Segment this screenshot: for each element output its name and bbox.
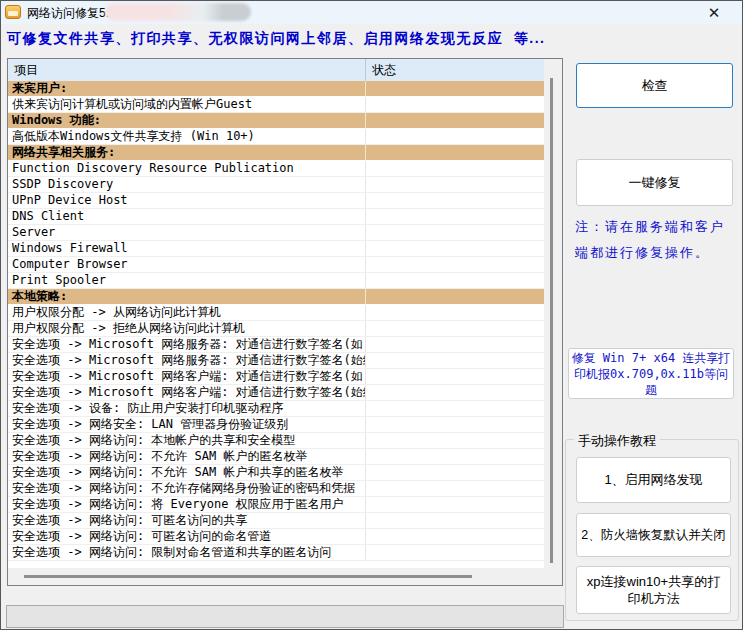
row-label: 高低版本Windows文件共享支持 (Win 10+) bbox=[8, 129, 366, 144]
scrollbar-corner bbox=[544, 568, 562, 585]
horizontal-scrollbar[interactable] bbox=[8, 568, 544, 585]
row-status bbox=[366, 417, 544, 432]
titlebar: 网络访问修复5.2 - ✕ bbox=[1, 1, 742, 24]
row-status bbox=[366, 273, 544, 288]
table-section-row[interactable]: 网络共享相关服务: bbox=[8, 145, 544, 161]
row-label: 供来宾访问计算机或访问域的内置帐户Guest bbox=[8, 97, 366, 112]
row-label: 安全选项 -> 网络访问: 可匿名访问的命名管道 bbox=[8, 529, 366, 544]
table-body: 来宾用户: 供来宾访问计算机或访问域的内置帐户Guest Windows 功能:… bbox=[8, 81, 544, 561]
row-status bbox=[366, 113, 544, 128]
row-label: 安全选项 -> 网络访问: 将 Everyone 权限应用于匿名用户 bbox=[8, 497, 366, 512]
table-row[interactable]: 安全选项 -> Microsoft 网络客户端: 对通信进行数字签名(如... bbox=[8, 369, 544, 385]
table-row[interactable]: 安全选项 -> 网络访问: 不允许 SAM 帐户的匿名枚举 bbox=[8, 449, 544, 465]
row-label: 安全选项 -> 网络安全: LAN 管理器身份验证级别 bbox=[8, 417, 366, 432]
feature-summary-text: 可修复文件共享、打印共享、无权限访问网上邻居、启用网络发现无反应 等... bbox=[7, 30, 545, 48]
row-status bbox=[366, 321, 544, 336]
close-icon[interactable]: ✕ bbox=[698, 2, 730, 23]
table-section-row[interactable]: Windows 功能: bbox=[8, 113, 544, 129]
column-header-status[interactable]: 状态 bbox=[366, 59, 544, 81]
row-label: 网络共享相关服务: bbox=[8, 145, 366, 160]
row-label: 安全选项 -> Microsoft 网络服务器: 对通信进行数字签名(始终) bbox=[8, 353, 366, 368]
app-window: 网络访问修复5.2 - ✕ 可修复文件共享、打印共享、无权限访问网上邻居、启用网… bbox=[0, 0, 743, 630]
table-row[interactable]: DNS Client bbox=[8, 209, 544, 225]
row-status bbox=[366, 161, 544, 176]
row-label: 安全选项 -> 网络访问: 不允许存储网络身份验证的密码和凭据 bbox=[8, 481, 366, 496]
repair-note-text: 注：请在服务端和客户端都进行修复操作。 bbox=[575, 214, 739, 266]
row-label: 安全选项 -> 网络访问: 限制对命名管道和共享的匿名访问 bbox=[8, 545, 366, 560]
table-row[interactable]: 安全选项 -> 网络访问: 不允许 SAM 帐户和共享的匿名枚举 bbox=[8, 465, 544, 481]
row-label: UPnP Device Host bbox=[8, 193, 366, 208]
row-status bbox=[366, 353, 544, 368]
table-row[interactable]: 用户权限分配 -> 拒绝从网络访问此计算机 bbox=[8, 321, 544, 337]
row-label: 用户权限分配 -> 拒绝从网络访问此计算机 bbox=[8, 321, 366, 336]
vertical-scrollbar-thumb[interactable] bbox=[550, 78, 553, 563]
firewall-restore-default-button[interactable]: 2、防火墙恢复默认并关闭 bbox=[576, 513, 731, 557]
row-status bbox=[366, 129, 544, 144]
row-status bbox=[366, 433, 544, 448]
table-row[interactable]: 安全选项 -> Microsoft 网络客户端: 对通信进行数字签名(始终) bbox=[8, 385, 544, 401]
column-header-item[interactable]: 项目 bbox=[8, 59, 366, 81]
enable-network-discovery-button[interactable]: 1、启用网络发现 bbox=[576, 457, 731, 503]
fix-win7-x64-button[interactable]: 修复 Win 7+ x64 连共享打印机报0x.709,0x.11b等问题 bbox=[568, 348, 734, 399]
table-row[interactable]: 安全选项 -> 网络访问: 不允许存储网络身份验证的密码和凭据 bbox=[8, 481, 544, 497]
table-section-row[interactable]: 本地策略: bbox=[8, 289, 544, 305]
row-label: 安全选项 -> 网络访问: 本地帐户的共享和安全模型 bbox=[8, 433, 366, 448]
row-status bbox=[366, 97, 544, 112]
xp-connect-win10-printer-button[interactable]: xp连接win10+共享的打印机方法 bbox=[576, 566, 731, 614]
table-row[interactable]: SSDP Discovery bbox=[8, 177, 544, 193]
row-status bbox=[366, 209, 544, 224]
table-row[interactable]: UPnP Device Host bbox=[8, 193, 544, 209]
table-row[interactable]: 供来宾访问计算机或访问域的内置帐户Guest bbox=[8, 97, 544, 113]
table-row[interactable]: Server bbox=[8, 225, 544, 241]
row-label: Print Spooler bbox=[8, 273, 366, 288]
status-progress-box bbox=[6, 605, 564, 628]
table-row[interactable]: 安全选项 -> Microsoft 网络服务器: 对通信进行数字签名(如... bbox=[8, 337, 544, 353]
table-row[interactable]: 安全选项 -> 网络访问: 本地帐户的共享和安全模型 bbox=[8, 433, 544, 449]
row-status bbox=[366, 305, 544, 320]
row-label: 安全选项 -> 网络访问: 不允许 SAM 帐户和共享的匿名枚举 bbox=[8, 465, 366, 480]
table-row[interactable]: 安全选项 -> 网络访问: 可匿名访问的共享 bbox=[8, 513, 544, 529]
table-row[interactable]: Computer Browser bbox=[8, 257, 544, 273]
row-label: 安全选项 -> Microsoft 网络客户端: 对通信进行数字签名(始终) bbox=[8, 385, 366, 400]
row-status bbox=[366, 193, 544, 208]
redacted-title-text bbox=[105, 3, 251, 21]
table-row[interactable]: 安全选项 -> Microsoft 网络服务器: 对通信进行数字签名(始终) bbox=[8, 353, 544, 369]
row-label: 安全选项 -> 网络访问: 可匿名访问的共享 bbox=[8, 513, 366, 528]
vertical-scrollbar[interactable] bbox=[544, 59, 562, 568]
table-section-row[interactable]: 来宾用户: bbox=[8, 81, 544, 97]
row-label: Computer Browser bbox=[8, 257, 366, 272]
status-table: 项目 状态 来宾用户: 供来宾访问计算机或访问域的内置帐户Guest Windo… bbox=[7, 58, 563, 586]
row-status bbox=[366, 337, 544, 352]
table-row[interactable]: 安全选项 -> 设备: 防止用户安装打印机驱动程序 bbox=[8, 401, 544, 417]
one-click-repair-button[interactable]: 一键修复 bbox=[576, 159, 733, 206]
check-button[interactable]: 检查 bbox=[576, 63, 733, 108]
table-row[interactable]: Function Discovery Resource Publication bbox=[8, 161, 544, 177]
table-row[interactable]: 安全选项 -> 网络访问: 将 Everyone 权限应用于匿名用户 bbox=[8, 497, 544, 513]
row-status bbox=[366, 385, 544, 400]
table-row[interactable]: 用户权限分配 -> 从网络访问此计算机 bbox=[8, 305, 544, 321]
row-label: 安全选项 -> Microsoft 网络客户端: 对通信进行数字签名(如... bbox=[8, 369, 366, 384]
table-row[interactable]: 安全选项 -> 网络访问: 限制对命名管道和共享的匿名访问 bbox=[8, 545, 544, 561]
table-row[interactable]: Windows Firewall bbox=[8, 241, 544, 257]
row-status bbox=[366, 529, 544, 544]
row-label: SSDP Discovery bbox=[8, 177, 366, 192]
row-label: DNS Client bbox=[8, 209, 366, 224]
row-label: 安全选项 -> Microsoft 网络服务器: 对通信进行数字签名(如... bbox=[8, 337, 366, 352]
row-label: Windows 功能: bbox=[8, 113, 366, 128]
table-row[interactable]: 安全选项 -> 网络安全: LAN 管理器身份验证级别 bbox=[8, 417, 544, 433]
row-status bbox=[366, 289, 544, 304]
row-label: Windows Firewall bbox=[8, 241, 366, 256]
table-row[interactable]: 安全选项 -> 网络访问: 可匿名访问的命名管道 bbox=[8, 529, 544, 545]
table-row[interactable]: 高低版本Windows文件共享支持 (Win 10+) bbox=[8, 129, 544, 145]
row-label: Server bbox=[8, 225, 366, 240]
manual-tutorial-group-title: 手动操作教程 bbox=[574, 432, 660, 450]
horizontal-scrollbar-thumb[interactable] bbox=[24, 575, 472, 578]
row-status bbox=[366, 481, 544, 496]
row-status bbox=[366, 225, 544, 240]
app-icon bbox=[5, 5, 21, 19]
row-status bbox=[366, 449, 544, 464]
table-row[interactable]: Print Spooler bbox=[8, 273, 544, 289]
row-label: 来宾用户: bbox=[8, 81, 366, 96]
row-status bbox=[366, 241, 544, 256]
row-status bbox=[366, 257, 544, 272]
